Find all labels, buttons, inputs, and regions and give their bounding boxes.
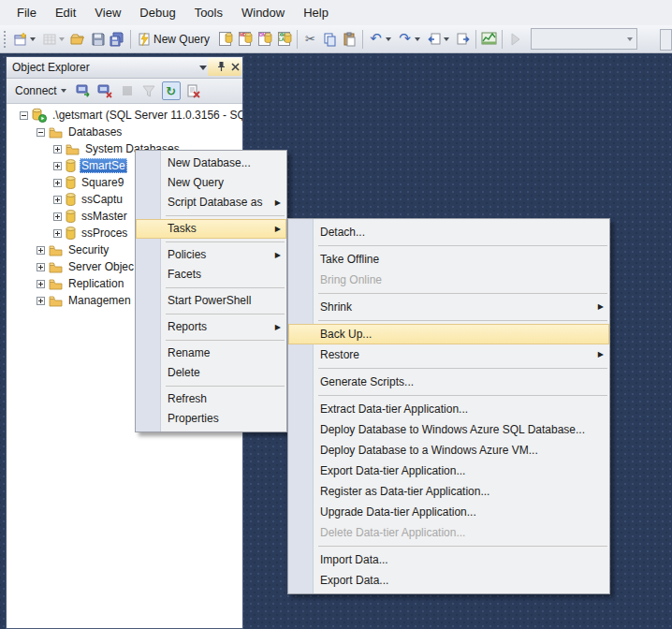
expander-plus-icon[interactable]: [37, 297, 45, 305]
expander-plus-icon[interactable]: [37, 263, 45, 271]
copy-button[interactable]: [320, 28, 340, 51]
menu-item-policies[interactable]: Policies▶: [136, 245, 286, 265]
database-engine-query-button[interactable]: [215, 28, 235, 51]
dmx-query-button[interactable]: DMX: [255, 28, 274, 51]
connect-server-button[interactable]: [76, 82, 93, 99]
menu-item-new-query[interactable]: New Query: [136, 173, 286, 193]
menu-item-extract-data-tier-application[interactable]: Extract Data-tier Application...: [288, 399, 609, 419]
xmla-query-button[interactable]: XM LA: [274, 28, 294, 51]
redo-button[interactable]: ↷: [395, 28, 424, 51]
menu-item-register-as-data-tier-application[interactable]: Register as Data-tier Application...: [288, 481, 609, 502]
database-context-menu: New Database...New QueryScript Database …: [135, 150, 287, 432]
menu-item-export-data[interactable]: Export Data...: [288, 570, 609, 591]
database-glyph: [264, 30, 272, 47]
object-explorer-titlebar[interactable]: Object Explorer: [7, 57, 242, 79]
start-debug-button[interactable]: [505, 28, 525, 51]
expander-minus-icon[interactable]: [20, 111, 28, 120]
database-icon: [66, 176, 76, 189]
folder-icon: [49, 126, 63, 139]
play-icon: [507, 31, 523, 47]
menu-item-script-database-as[interactable]: Script Database as▶: [136, 193, 286, 212]
script-error-icon[interactable]: [185, 82, 202, 99]
menubar-item-file[interactable]: File: [7, 0, 46, 25]
combobox-caret: [627, 37, 633, 41]
menu-item-facets[interactable]: Facets: [136, 265, 286, 285]
menu-item-rename[interactable]: Rename: [136, 344, 286, 363]
undo-button[interactable]: ↶: [366, 28, 395, 51]
menu-item-reports[interactable]: Reports▶: [136, 317, 286, 337]
refresh-icon[interactable]: ↻: [162, 81, 181, 100]
menu-item-upgrade-data-tier-application[interactable]: Upgrade Data-tier Application...: [288, 502, 609, 522]
expander-plus-icon[interactable]: [53, 212, 62, 221]
navigate-forward-button[interactable]: [453, 28, 473, 51]
stop-button[interactable]: [119, 82, 136, 99]
toolbar-grip[interactable]: [3, 30, 7, 49]
menubar-item-view[interactable]: View: [85, 0, 130, 25]
menu-item-import-data[interactable]: Import Data...: [288, 549, 609, 570]
expander-plus-icon[interactable]: [53, 179, 62, 187]
activity-monitor-button[interactable]: [479, 28, 499, 51]
paste-icon: [342, 31, 358, 47]
menu-item-label: Import Data...: [320, 553, 388, 566]
expander-plus-icon[interactable]: [53, 145, 62, 154]
menu-item-refresh[interactable]: Refresh: [136, 389, 286, 409]
tree-item-getsmart-sql-server-11-0-3156-squa[interactable]: .\getsmart (SQL Server 11.0.3156 - SQUA: [7, 107, 242, 124]
menubar-item-window[interactable]: Window: [232, 0, 294, 25]
cut-button[interactable]: ✂: [300, 28, 320, 51]
filter-icon[interactable]: [140, 82, 157, 99]
menu-item-shrink[interactable]: Shrink▶: [288, 297, 609, 317]
expander-plus-icon[interactable]: [37, 280, 45, 288]
expander-plus-icon[interactable]: [53, 196, 62, 204]
save-button[interactable]: [88, 28, 108, 51]
menu-item-label: Facets: [168, 268, 201, 281]
menu-item-delete[interactable]: Delete: [136, 363, 286, 383]
menu-item-label: Properties: [168, 412, 219, 425]
expander-plus-icon[interactable]: [37, 246, 45, 255]
add-item-button[interactable]: [39, 28, 68, 51]
menubar-item-help[interactable]: Help: [294, 0, 338, 25]
menu-item-detach[interactable]: Detach...: [288, 222, 609, 242]
close-icon[interactable]: [230, 59, 241, 76]
menubar-item-edit[interactable]: Edit: [46, 0, 85, 25]
menu-item-restore[interactable]: Restore▶: [288, 344, 609, 365]
tree-item-databases[interactable]: Databases: [7, 124, 242, 140]
new-item-button[interactable]: [10, 28, 39, 51]
paste-button[interactable]: [340, 28, 359, 51]
menu-item-label: Detach...: [320, 226, 365, 239]
connect-button[interactable]: Connect: [12, 82, 71, 99]
save-all-button[interactable]: [108, 28, 127, 51]
expander-plus-icon[interactable]: [53, 162, 62, 170]
menu-item-start-powershell[interactable]: Start PowerShell: [136, 291, 286, 311]
folder-icon: [66, 143, 80, 155]
menu-item-delete-data-tier-application[interactable]: Delete Data-tier Application...: [288, 522, 609, 543]
menu-item-new-database[interactable]: New Database...: [136, 154, 286, 173]
menu-item-take-offline[interactable]: Take Offline: [288, 249, 609, 270]
window-position-chevron-icon[interactable]: [199, 66, 207, 70]
pin-icon[interactable]: [216, 59, 226, 76]
menu-item-generate-scripts[interactable]: Generate Scripts...: [288, 372, 609, 392]
menubar-item-debug[interactable]: Debug: [130, 0, 184, 25]
menu-item-deploy-database-to-windows-azure-sql-database[interactable]: Deploy Database to Windows Azure SQL Dat…: [288, 419, 609, 440]
menu-item-tasks[interactable]: Tasks▶: [136, 219, 286, 239]
toolbar-separator: [297, 30, 298, 49]
open-file-button[interactable]: [68, 28, 88, 51]
menu-item-bring-online[interactable]: Bring Online: [288, 270, 609, 290]
submenu-arrow-icon: ▶: [598, 297, 604, 317]
navigate-forward-icon: [455, 31, 471, 47]
menu-item-deploy-database-to-a-windows-azure-vm[interactable]: Deploy Database to a Windows Azure VM...: [288, 440, 609, 461]
toolbar-combobox[interactable]: [531, 28, 637, 50]
disconnect-server-button[interactable]: [97, 82, 114, 99]
expander-plus-icon[interactable]: [53, 229, 62, 238]
menu-item-label: Delete Data-tier Application...: [320, 526, 465, 539]
expander-minus-icon[interactable]: [37, 128, 45, 137]
menu-item-properties[interactable]: Properties: [136, 409, 286, 429]
menu-item-back-up[interactable]: Back Up...: [288, 324, 609, 344]
toolbar-combobox-partial[interactable]: [660, 29, 672, 51]
mdx-query-button[interactable]: MDX: [235, 28, 255, 51]
tree-item-label: Server Objec: [66, 259, 136, 274]
menubar-item-tools[interactable]: Tools: [185, 0, 232, 25]
tree-item-label: Databases: [66, 124, 124, 139]
navigate-backward-button[interactable]: [424, 28, 453, 51]
new-query-button[interactable]: New Query: [134, 28, 215, 51]
menu-item-export-data-tier-application[interactable]: Export Data-tier Application...: [288, 461, 609, 481]
